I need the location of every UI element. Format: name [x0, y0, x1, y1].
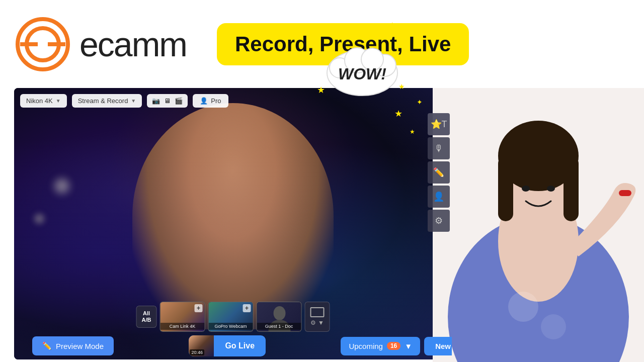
camera-icon: 📷: [152, 97, 160, 105]
star-icon: ★: [387, 20, 397, 33]
pencil-icon: ✏️: [42, 341, 52, 350]
settings-tool[interactable]: ⚙: [428, 210, 450, 232]
cam-thumb-3[interactable]: Guest 1 - Doc: [256, 302, 301, 332]
chevron-down-icon: ▼: [131, 98, 136, 104]
film-icon: 🎬: [175, 97, 183, 105]
chevron-down-icon: ▼: [405, 342, 412, 350]
svg-point-20: [547, 186, 555, 192]
add-overlay-icon: +: [243, 304, 251, 312]
svg-point-19: [522, 186, 530, 192]
wow-bubble-svg: WOW!: [322, 40, 403, 101]
chevron-down-icon: ▼: [56, 98, 61, 104]
logo-area: ecamm: [15, 17, 187, 72]
upcoming-count-badge: 16: [387, 342, 400, 350]
right-presenter-svg: [433, 65, 644, 362]
svg-text:WOW!: WOW!: [338, 65, 386, 83]
view-mode-buttons[interactable]: 📷 🖥 🎬: [147, 94, 188, 108]
ab-all-label: All: [142, 310, 151, 317]
upcoming-new-area: Upcoming 16 ▼ New: [341, 337, 452, 355]
pro-label: Pro: [211, 97, 221, 105]
microphone-tool[interactable]: 🎙: [428, 137, 450, 159]
text-overlay-tool[interactable]: ⭐T: [428, 113, 450, 135]
camera-label: Nikon 4K: [26, 97, 53, 105]
mode-label: Stream & Record: [78, 97, 128, 105]
ab-ab-label: A/B: [142, 317, 151, 323]
mode-selector[interactable]: Stream & Record ▼: [72, 94, 142, 108]
logo-text: ecamm: [79, 25, 187, 64]
monitor-icon: 🖥: [164, 97, 171, 105]
svg-point-10: [273, 306, 285, 320]
star-decoration: ✦: [417, 98, 423, 106]
svg-point-22: [508, 292, 538, 322]
star-decoration: ★: [394, 108, 403, 119]
new-label: New: [435, 342, 451, 350]
person-icon: 👤: [433, 191, 444, 202]
star-text-icon: ⭐T: [431, 119, 447, 130]
cam-thumb-1[interactable]: + Cam Link 4K: [159, 302, 205, 332]
preview-mode-label: Preview Mode: [56, 342, 104, 350]
microphone-icon: 🎙: [434, 143, 443, 154]
upcoming-label: Upcoming: [349, 342, 383, 350]
cam-2-label: GoPro Webcam: [208, 323, 253, 330]
upcoming-button[interactable]: Upcoming 16 ▼: [341, 337, 420, 355]
camera-strip: All A/B + Cam Link 4K + GoPro Webcam Gu: [136, 302, 330, 332]
svg-rect-17: [498, 156, 513, 221]
presenter-silhouette: [132, 103, 334, 329]
star-icon: ★: [327, 25, 334, 35]
star-decoration: ★: [410, 128, 415, 135]
magic-wand-tool[interactable]: ✏️: [428, 161, 450, 184]
go-live-time: 20:46: [190, 349, 204, 355]
cam-3-label: Guest 1 - Doc: [257, 323, 301, 330]
star-icon: ★: [398, 82, 405, 90]
preview-mode-button[interactable]: ✏️ Preview Mode: [32, 336, 114, 355]
pro-button[interactable]: 👤 Pro: [193, 94, 228, 108]
bokeh-light: [34, 214, 44, 224]
person-tool[interactable]: 👤: [428, 186, 450, 208]
app-toolbar: Nikon 4K ▼ Stream & Record ▼ 📷 🖥 🎬 👤 Pro: [20, 94, 228, 108]
svg-rect-21: [619, 190, 631, 196]
bokeh-light: [54, 178, 69, 194]
app-area: Nikon 4K ▼ Stream & Record ▼ 📷 🖥 🎬 👤 Pro…: [14, 88, 452, 359]
bottom-bar: ✏️ Preview Mode 20:46 Go Live Upcoming 1…: [28, 335, 452, 356]
wand-icon: ✏️: [433, 167, 444, 178]
chevron-down-small-icon: ▼: [318, 319, 324, 326]
go-live-thumbnail: 20:46: [189, 335, 214, 356]
camera-selector[interactable]: Nikon 4K ▼: [20, 94, 67, 108]
go-live-label: Go Live: [225, 341, 255, 350]
ab-toggle[interactable]: All A/B: [136, 306, 157, 328]
go-live-button[interactable]: Go Live: [214, 336, 266, 355]
svg-rect-18: [564, 156, 579, 221]
right-tools-panel: ⭐T 🎙 ✏️ 👤 ⚙: [428, 113, 452, 232]
go-live-area: 20:46 Go Live: [189, 335, 266, 356]
gear-icon: ⚙: [435, 215, 443, 226]
new-button[interactable]: New: [424, 337, 452, 355]
user-icon: 👤: [200, 97, 208, 105]
svg-point-23: [541, 314, 566, 339]
ecamm-logo-icon: [15, 17, 70, 72]
layout-selector[interactable]: ⚙ ▼: [304, 302, 330, 332]
cam-1-label: Cam Link 4K: [160, 323, 204, 330]
gear-small-icon: ⚙: [310, 319, 316, 326]
layout-preview-icon: [310, 307, 324, 317]
add-overlay-icon: +: [194, 304, 202, 312]
right-presenter-area: [433, 65, 644, 362]
star-icon: ★: [317, 84, 325, 96]
wow-decoration: ★ ★ ★ ★ WOW!: [322, 40, 403, 101]
cam-thumb-2[interactable]: + GoPro Webcam: [208, 302, 253, 332]
